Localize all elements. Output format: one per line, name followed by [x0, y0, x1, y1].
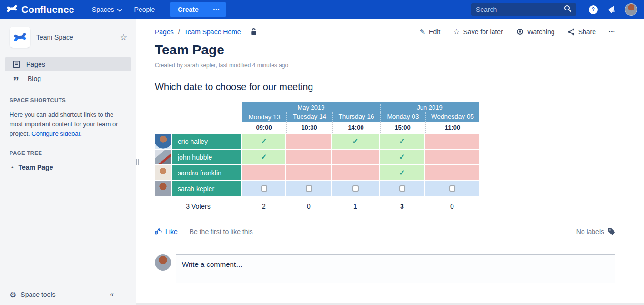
- page-topline: Pages / Team Space Home ✎ Edit ☆ Save: [155, 27, 615, 36]
- spaces-menu-label: Spaces: [92, 6, 114, 13]
- current-user-avatar: [155, 254, 171, 271]
- sidebar-item-blog[interactable]: ” Blog: [5, 71, 131, 86]
- vote-cell: [286, 134, 331, 149]
- vote-cell[interactable]: [286, 181, 331, 196]
- breadcrumb: Pages / Team Space Home: [155, 28, 258, 36]
- unrestricted-unlock-icon[interactable]: [250, 28, 258, 36]
- sidebar-item-label: Pages: [26, 61, 45, 68]
- spaces-menu[interactable]: Spaces: [92, 6, 122, 13]
- horizontal-scrollbar[interactable]: [136, 303, 644, 305]
- page-title: Team Page: [155, 42, 615, 58]
- search-icon[interactable]: [564, 5, 572, 14]
- comment-input[interactable]: Write a comment…: [176, 254, 615, 283]
- blog-quote-icon: ”: [13, 79, 21, 83]
- share-button[interactable]: Share: [568, 28, 596, 36]
- vote-cell[interactable]: [332, 181, 379, 196]
- confluence-logo-icon: [7, 3, 17, 16]
- page-tree-heading: PAGE TREE: [10, 150, 126, 156]
- month-header: May 2019: [242, 104, 380, 112]
- day-header: Thursday 16: [332, 112, 380, 122]
- page-tree-item-team-page[interactable]: Team Page: [11, 163, 126, 171]
- search-box[interactable]: [471, 3, 576, 16]
- page-actions: ✎ Edit ☆ Save for later Watching: [419, 27, 615, 36]
- check-icon: ✓: [352, 137, 358, 146]
- tag-icon: [607, 227, 615, 235]
- poll-totals-row: 3 Voters 2 0 1 3 0: [155, 200, 615, 210]
- space-shortcuts-text: Here you can add shortcut links to the m…: [10, 110, 125, 139]
- create-button-group: Create •••: [170, 2, 226, 17]
- space-logo[interactable]: [10, 27, 30, 48]
- voters-count-label: 3 Voters: [155, 200, 242, 210]
- share-icon: [568, 28, 575, 36]
- like-button[interactable]: Like: [155, 228, 178, 235]
- announcement-button[interactable]: [607, 5, 616, 14]
- vote-cell: ✓: [380, 165, 424, 180]
- favorite-space-star-icon[interactable]: ☆: [120, 32, 127, 42]
- pages-icon: [13, 61, 20, 68]
- space-header: Team Space ☆: [0, 19, 136, 54]
- vote-cell: ✓: [380, 134, 424, 149]
- save-for-later-button[interactable]: ☆ Save for later: [453, 27, 503, 36]
- time-header: 11:00: [425, 122, 479, 133]
- poll-header: May 2019 Jun 2019 Monday 13 Tuesday 14 T…: [242, 102, 479, 122]
- star-icon: ☆: [453, 27, 460, 36]
- configure-sidebar-link[interactable]: Configure sidebar.: [31, 129, 82, 139]
- vote-checkbox[interactable]: [261, 185, 267, 192]
- sidebar-item-pages[interactable]: Pages: [5, 57, 131, 71]
- vote-cell: [332, 150, 379, 164]
- vote-checkbox[interactable]: [399, 185, 405, 192]
- day-header: Tuesday 14: [286, 112, 332, 122]
- help-button[interactable]: ?: [589, 5, 598, 14]
- page-more-button[interactable]: •••: [609, 30, 615, 34]
- edit-button[interactable]: ✎ Edit: [419, 28, 440, 36]
- poll-heading: Which date to choose for our meeting: [155, 81, 615, 92]
- day-header: Wednesday 05: [425, 112, 479, 122]
- month-header: Jun 2019: [380, 104, 479, 112]
- participant-name: john hubble: [172, 150, 242, 164]
- megaphone-icon: [607, 4, 617, 14]
- participant-name: eric halley: [172, 134, 242, 149]
- vote-cell[interactable]: [242, 181, 285, 196]
- time-header: 10:30: [286, 122, 331, 133]
- vote-total: 0: [286, 200, 331, 210]
- time-header: 14:00: [332, 122, 379, 133]
- user-avatar[interactable]: [625, 3, 637, 16]
- check-icon: ✓: [261, 152, 267, 162]
- confluence-brand[interactable]: Confluence: [7, 3, 74, 16]
- search-input[interactable]: [476, 6, 564, 13]
- breadcrumb-home-link[interactable]: Team Space Home: [184, 28, 241, 36]
- vote-total-max: 3: [380, 200, 424, 210]
- vote-checkbox[interactable]: [449, 185, 455, 192]
- vote-checkbox[interactable]: [352, 185, 359, 192]
- space-tools-button[interactable]: ⚙ Space tools «: [0, 284, 136, 305]
- thumbs-up-icon: [155, 228, 162, 235]
- eye-icon: [516, 29, 524, 35]
- chevron-down-icon: [117, 6, 122, 13]
- sidebar-nav: Pages ” Blog: [0, 57, 136, 86]
- like-label: Like: [165, 228, 178, 235]
- vote-cell[interactable]: [425, 181, 479, 196]
- watching-button[interactable]: Watching: [516, 28, 555, 36]
- vote-total: 2: [242, 200, 285, 210]
- vote-cell: ✓: [242, 134, 285, 149]
- brand-name: Confluence: [21, 4, 74, 15]
- people-menu-label: People: [134, 6, 155, 13]
- date-poll-table: May 2019 Jun 2019 Monday 13 Tuesday 14 T…: [155, 102, 615, 210]
- top-navbar: Confluence Spaces People Create ••• ?: [0, 0, 644, 19]
- vote-cell: [286, 150, 331, 164]
- create-more-button[interactable]: •••: [207, 2, 226, 17]
- space-name[interactable]: Team Space: [36, 33, 120, 41]
- breadcrumb-pages-link[interactable]: Pages: [155, 28, 174, 36]
- create-button[interactable]: Create: [170, 2, 207, 17]
- avatar: [155, 150, 171, 164]
- pencil-icon: ✎: [419, 28, 425, 36]
- space-shortcuts-heading: SPACE SHORTCUTS: [10, 97, 126, 103]
- sidebar-item-label: Blog: [28, 75, 41, 82]
- collapse-sidebar-button[interactable]: «: [110, 290, 114, 299]
- sidebar-resize-handle[interactable]: [136, 159, 139, 165]
- vote-checkbox[interactable]: [306, 185, 312, 192]
- vote-cell: [425, 134, 479, 149]
- vote-cell[interactable]: [380, 181, 424, 196]
- people-menu[interactable]: People: [134, 6, 155, 13]
- labels-button[interactable]: No labels: [576, 227, 615, 235]
